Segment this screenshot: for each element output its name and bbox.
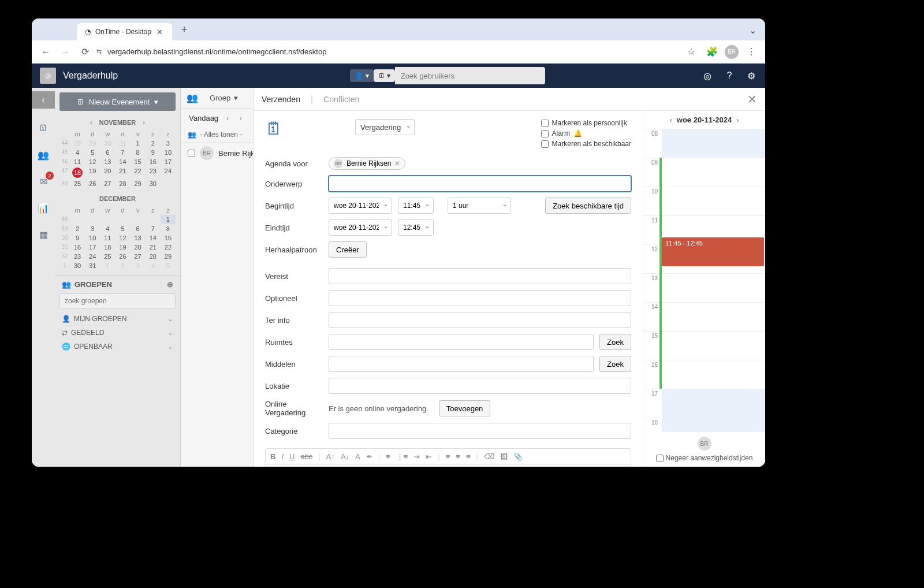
cal-day[interactable]: 12 — [85, 157, 100, 166]
cal-day[interactable]: 20 — [100, 166, 115, 179]
resources-input[interactable] — [329, 356, 594, 372]
cal-day[interactable]: 15 — [131, 157, 146, 166]
stats-nav-icon[interactable]: 📊 — [36, 201, 50, 215]
add-group-icon[interactable]: ⊕ — [167, 280, 173, 289]
description-textarea[interactable] — [266, 465, 631, 467]
search-resources-button[interactable]: Zoek — [599, 356, 631, 372]
people-nav-icon[interactable]: 👥 — [36, 148, 50, 162]
required-input[interactable] — [329, 268, 631, 284]
address-bar[interactable]: ⇆ vergaderhulp.belastingdienst.nl/ontime… — [96, 47, 680, 56]
cal-day[interactable]: 1 — [161, 215, 176, 224]
search-rooms-button[interactable]: Zoek — [599, 334, 631, 350]
person-checkbox[interactable] — [188, 150, 195, 157]
close-modal-icon[interactable]: ✕ — [747, 92, 757, 106]
cal-day[interactable]: 1 — [131, 139, 146, 148]
end-time-select[interactable]: 12:45 — [398, 219, 434, 236]
rooms-input[interactable] — [329, 334, 594, 350]
agenda-chip[interactable]: BR Bernie Rijksen ✕ — [329, 157, 405, 170]
cal-day[interactable]: 21 — [146, 243, 161, 252]
bookmark-icon[interactable]: ☆ — [683, 44, 699, 60]
group-row[interactable]: ⇄ GEDEELD⌄ — [55, 326, 180, 340]
cal-day[interactable]: 22 — [161, 243, 176, 252]
cal-day[interactable]: 18 — [70, 166, 85, 179]
cal-day[interactable]: 5 — [161, 261, 176, 270]
cal-day[interactable]: 14 — [115, 157, 130, 166]
extensions-icon[interactable]: 🧩 — [704, 44, 720, 60]
location-input[interactable] — [329, 378, 631, 394]
cal-day[interactable]: 6 — [131, 224, 146, 233]
today-button[interactable]: Vandaag — [189, 114, 218, 122]
cal-day[interactable]: 25 — [100, 252, 115, 261]
rte-align-left-icon[interactable]: ≡ — [446, 452, 450, 461]
optional-input[interactable] — [329, 290, 631, 306]
check-alarm[interactable]: Alarm 🔔 — [541, 129, 631, 137]
cal-day[interactable] — [85, 215, 100, 224]
create-repeat-button[interactable]: Creëer — [329, 241, 367, 258]
cal-day[interactable]: 5 — [85, 148, 100, 157]
cal-day[interactable]: 3 — [161, 139, 176, 148]
cal-day[interactable]: 13 — [100, 157, 115, 166]
cal-day[interactable]: 8 — [131, 148, 146, 157]
cal-day[interactable] — [115, 215, 130, 224]
close-tab-icon[interactable]: ✕ — [156, 28, 164, 36]
cal-day[interactable] — [100, 215, 115, 224]
cal-day[interactable]: 2 — [115, 261, 130, 270]
duration-select[interactable]: 1 uur — [448, 198, 511, 214]
cal-day[interactable]: 1 — [100, 261, 115, 270]
rte-bold-icon[interactable]: B — [270, 452, 275, 461]
locate-icon[interactable]: ◎ — [702, 70, 713, 81]
subject-input[interactable] — [329, 176, 631, 192]
browser-menu-icon[interactable]: ⋮ — [743, 44, 759, 60]
rte-list-icon[interactable]: ≡ — [386, 452, 390, 461]
cal-day[interactable]: 28 — [70, 139, 85, 148]
event-preview-block[interactable]: 11:45 - 12:45 — [662, 237, 764, 266]
hour-slot[interactable] — [660, 274, 765, 302]
cal-day[interactable]: 23 — [146, 166, 161, 179]
calendar-nav-icon[interactable]: 🗓 — [36, 121, 50, 135]
rte-numlist-icon[interactable]: ⋮≡ — [396, 452, 408, 461]
site-info-icon[interactable]: ⇆ — [96, 48, 102, 55]
cal-day[interactable]: 2 — [70, 224, 85, 233]
cal-day[interactable]: 11 — [70, 157, 85, 166]
cal-day[interactable]: 22 — [131, 166, 146, 179]
cal-day[interactable]: 7 — [146, 224, 161, 233]
cal-day[interactable]: 9 — [70, 233, 85, 243]
cal-day[interactable]: 5 — [115, 224, 130, 233]
tab-send[interactable]: Verzenden — [262, 95, 300, 104]
find-time-button[interactable]: Zoek beschikbare tijd — [545, 198, 631, 214]
cal-day[interactable]: 14 — [146, 233, 161, 243]
group-row[interactable]: 🌐 OPENBAAR⌄ — [55, 340, 180, 353]
mail-nav-icon[interactable]: ✉2 — [36, 174, 50, 188]
rte-align-center-icon[interactable]: ≡ — [456, 452, 460, 461]
cal-day[interactable] — [131, 215, 146, 224]
cal-day[interactable]: 6 — [100, 148, 115, 157]
end-date-select[interactable]: woe 20-11-2024 — [329, 219, 392, 236]
cal-day[interactable]: 3 — [85, 224, 100, 233]
remove-chip-icon[interactable]: ✕ — [394, 159, 400, 168]
new-event-button[interactable]: 🗓 Nieuw Evenement ▾ — [59, 92, 176, 111]
rte-align-right-icon[interactable]: ≡ — [466, 452, 471, 461]
cal-day[interactable]: 24 — [85, 252, 100, 261]
cal-day[interactable]: 10 — [85, 233, 100, 243]
cal-day[interactable]: 26 — [85, 179, 100, 188]
cal-day[interactable]: 12 — [115, 233, 130, 243]
cal-day[interactable]: 31 — [85, 261, 100, 270]
cal-prev-icon[interactable]: ‹ — [90, 119, 92, 126]
cal-day[interactable]: 25 — [70, 179, 85, 188]
next-day-icon[interactable]: › — [237, 114, 244, 122]
cal-day[interactable]: 7 — [115, 148, 130, 157]
check-available[interactable]: Markeren als beschikbaar — [541, 140, 631, 148]
rte-attach-icon[interactable]: 📎 — [513, 452, 523, 461]
help-icon[interactable]: ? — [724, 70, 735, 81]
event-type-select[interactable]: Vergadering — [355, 119, 415, 135]
cal-day[interactable]: 16 — [70, 243, 85, 252]
hour-slot[interactable] — [660, 187, 765, 215]
cal-day[interactable]: 21 — [115, 166, 130, 179]
fyi-input[interactable] — [329, 312, 631, 328]
day-prev-icon[interactable]: ‹ — [670, 116, 672, 124]
cal-day[interactable]: 9 — [146, 148, 161, 157]
cal-day[interactable]: 29 — [161, 252, 176, 261]
settings-icon[interactable]: ⚙ — [746, 70, 757, 81]
rte-image-icon[interactable]: 🖼 — [500, 452, 508, 461]
cal-day[interactable]: 23 — [70, 252, 85, 261]
